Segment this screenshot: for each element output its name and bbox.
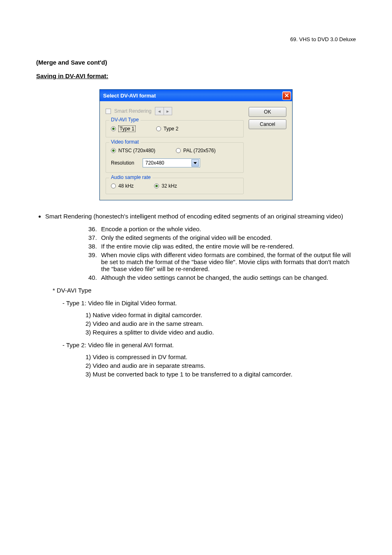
chevron-right-icon: ►: [164, 107, 172, 115]
radio-type1-label: Type 1: [118, 125, 136, 132]
video-format-legend: Video format: [109, 139, 141, 145]
type1-line3: 3) Requires a splitter to divide video a…: [85, 329, 356, 336]
ok-button[interactable]: OK: [249, 107, 286, 117]
dialog-title: Select DV-AVI format: [103, 93, 156, 99]
radio-icon: [111, 183, 116, 188]
radio-48khz-label: 48 kHz: [118, 183, 134, 189]
radio-32khz[interactable]: 32 kHz: [154, 183, 177, 189]
resolution-select[interactable]: 720x480: [143, 158, 200, 167]
radio-ntsc[interactable]: NTSC (720x480): [111, 148, 155, 153]
smart-rendering-checkbox: [106, 109, 111, 114]
type1-line2: 2) Video and audio are in the same strea…: [85, 320, 356, 327]
radio-ntsc-label: NTSC (720x480): [118, 148, 155, 153]
type2-line2: 2) Video and audio are in separate strea…: [85, 362, 356, 369]
close-button[interactable]: ✕: [282, 91, 291, 100]
dvavi-type-group: DV-AVI Type Type 1 Type 2: [106, 120, 244, 137]
chevron-left-icon: ◄: [155, 107, 164, 115]
radio-icon: [176, 148, 181, 153]
list-item-36: Encode a portion or the whole video.: [99, 225, 356, 232]
radio-type2-label: Type 2: [164, 126, 178, 132]
radio-48khz[interactable]: 48 kHz: [111, 183, 134, 189]
type1-line1: 1) Native video format in digital camcor…: [85, 311, 356, 318]
radio-icon: [111, 126, 116, 131]
list-item-38: If the entire movie clip was edited, the…: [99, 243, 356, 250]
bullet-smart-rendering: Smart Rendering (honestech's intelligent…: [45, 213, 356, 220]
type2-line3: 3) Must be converted back to type 1 to b…: [85, 371, 356, 378]
type1-header: - Type 1: Video file in Digital Video fo…: [62, 300, 356, 307]
cancel-button[interactable]: Cancel: [249, 119, 286, 129]
audio-rate-legend: Audio sample rate: [109, 174, 152, 180]
dvavi-dialog: Select DV-AVI format ✕ Smart Rendering ◄…: [99, 89, 293, 200]
list-item-40: Although the video settings cannot be ch…: [99, 274, 356, 281]
subsection-title: Saving in DV-AVI format:: [36, 72, 356, 79]
radio-32khz-label: 32 kHz: [161, 183, 177, 189]
smart-rendering-nav: ◄ ►: [155, 107, 172, 115]
close-icon: ✕: [284, 92, 289, 99]
section-title: (Merge and Save cont'd): [36, 59, 356, 66]
type2-line1: 1) Video is compressed in DV format.: [85, 353, 356, 360]
type2-header: - Type 2: Video file in general AVI form…: [62, 341, 356, 348]
dvavi-type-legend: DV-AVI Type: [109, 117, 141, 123]
audio-rate-group: Audio sample rate 48 kHz 32 kHz: [106, 178, 244, 194]
video-format-group: Video format NTSC (720x480) PAL (720x576…: [106, 142, 244, 173]
dialog-titlebar: Select DV-AVI format ✕: [100, 90, 292, 101]
dvavi-type-heading: * DV-AVI Type: [53, 287, 356, 294]
resolution-value: 720x480: [145, 160, 164, 166]
list-item-37: Only the edited segments of the original…: [99, 234, 356, 241]
radio-pal-label: PAL (720x576): [183, 148, 216, 153]
page-header: 69. VHS to DVD 3.0 Deluxe: [36, 36, 356, 42]
smart-rendering-label: Smart Rendering: [114, 108, 152, 114]
radio-icon: [156, 126, 161, 131]
list-item-39: When movie clips with different video fo…: [99, 251, 356, 272]
resolution-label: Resolution: [111, 160, 134, 166]
radio-icon: [111, 148, 116, 153]
radio-icon: [154, 183, 159, 188]
chevron-down-icon: [191, 159, 199, 167]
radio-type2[interactable]: Type 2: [156, 126, 178, 132]
radio-type1[interactable]: Type 1: [111, 125, 136, 132]
radio-pal[interactable]: PAL (720x576): [176, 148, 216, 153]
